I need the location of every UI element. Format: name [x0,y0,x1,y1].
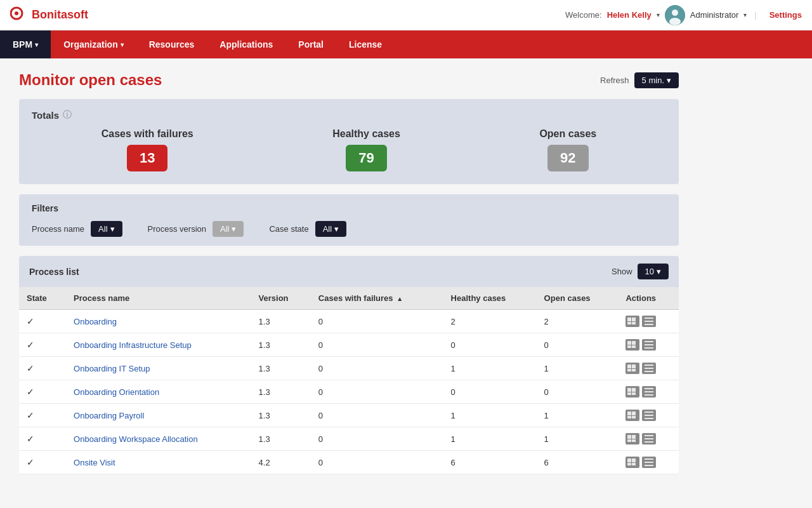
process-name-link-2[interactable]: Onboarding IT Setup [74,364,150,373]
refresh-area: Refresh 5 min. ▾ [600,72,679,88]
cell-name-2: Onboarding IT Setup [66,357,251,380]
action-img-icon-3[interactable] [625,386,639,398]
case-state-filter: Case state All ▾ [269,221,346,237]
process-name-arrow: ▾ [110,224,115,234]
cell-state-3: ✓ [19,380,66,404]
action-img-icon-1[interactable] [625,339,639,351]
svg-point-3 [672,10,678,16]
action-img-icon-4[interactable] [625,410,639,421]
col-open: Open cases [537,287,619,310]
settings-link[interactable]: Settings [769,10,802,20]
refresh-btn-label: 5 min. [642,76,664,85]
cell-healthy-5: 1 [443,427,537,451]
case-state-btn[interactable]: All ▾ [315,221,346,237]
action-list-icon-5[interactable] [642,433,656,444]
totals-box: Totals ⓘ Cases with failures 13 Healthy … [19,99,679,184]
user-dropdown-arrow[interactable]: ▾ [657,11,660,18]
user-name[interactable]: Helen Kelly [607,10,652,20]
action-list-icon-2[interactable] [642,363,656,374]
action-img-icon-2[interactable] [625,363,639,374]
nav-item-applications[interactable]: Applications [207,30,285,58]
filters-row: Process name All ▾ Process version All ▾… [32,221,666,237]
process-name-link-1[interactable]: Onboarding Infrastructure Setup [74,340,192,350]
cell-healthy-0: 2 [443,310,537,333]
svg-rect-47 [627,458,631,462]
process-name-link-6[interactable]: Onsite Visit [74,458,115,467]
action-list-icon-1[interactable] [642,339,656,351]
case-state-arrow: ▾ [334,224,339,234]
cell-version-0: 1.3 [251,310,311,333]
svg-rect-32 [645,394,653,396]
process-name-link-5[interactable]: Onboarding Workspace Allocation [74,434,198,444]
process-list-box: Process list Show 10 ▾ State Process nam… [19,256,679,474]
action-list-icon-4[interactable] [642,410,656,421]
cell-name-3: Onboarding Orientation [66,380,251,404]
healthy-label: Healthy cases [332,128,400,140]
show-dropdown-arrow: ▾ [657,267,661,276]
process-name-link-4[interactable]: Onboarding Payroll [74,411,144,420]
cell-open-6: 6 [537,451,619,474]
admin-label[interactable]: Administrator [690,10,739,20]
col-failures[interactable]: Cases with failures ▲ [311,287,443,310]
check-icon-3: ✓ [27,387,34,397]
actions-cell-4 [625,410,671,421]
nav-applications-label: Applications [219,39,273,50]
cell-failures-5: 0 [311,427,443,451]
nav-item-resources[interactable]: Resources [136,30,207,58]
actions-cell-0 [625,316,671,327]
action-list-icon-0[interactable] [642,316,656,327]
check-icon-6: ✓ [27,457,34,467]
nav-license-label: License [349,39,382,50]
action-img-icon-5[interactable] [625,433,639,444]
nav-item-organization[interactable]: Organization ▾ [51,30,136,58]
cell-healthy-3: 0 [443,380,537,404]
admin-dropdown-arrow[interactable]: ▾ [743,11,747,18]
cell-version-3: 1.3 [251,380,311,404]
top-bar: Bonitasoft Welcome: Helen Kelly ▾ Admini… [0,0,812,30]
avatar[interactable] [665,5,685,25]
process-list-header: Process list Show 10 ▾ [19,256,679,287]
svg-rect-27 [632,388,636,392]
show-btn[interactable]: 10 ▾ [638,264,669,279]
cell-state-4: ✓ [19,404,66,427]
action-img-icon-6[interactable] [625,457,639,468]
cell-name-4: Onboarding Payroll [66,404,251,427]
main-content: Monitor open cases Refresh 5 min. ▾ Tota… [0,58,698,487]
action-list-icon-6[interactable] [642,457,656,468]
nav-item-license[interactable]: License [336,30,395,58]
cell-healthy-2: 1 [443,357,537,380]
svg-rect-8 [632,322,636,324]
check-icon-2: ✓ [27,363,34,373]
totals-header: Totals ⓘ [32,109,666,121]
top-right-area: Welcome: Helen Kelly ▾ Administrator ▾ |… [565,5,802,25]
process-name-link-3[interactable]: Onboarding Orientation [74,387,159,397]
nav-bar: BPM ▾ Organization ▾ Resources Applicati… [0,30,812,58]
process-name-btn[interactable]: All ▾ [91,221,122,237]
show-btn-label: 10 [645,267,654,276]
col-version: Version [251,287,311,310]
case-state-btn-label: All [323,224,332,234]
case-state-label: Case state [269,224,308,234]
table-row: ✓ Onsite Visit 4.2 0 6 6 [19,451,679,474]
info-icon[interactable]: ⓘ [63,109,72,121]
process-name-link-0[interactable]: Onboarding [74,317,117,326]
svg-rect-35 [627,416,631,418]
svg-rect-39 [645,418,653,419]
action-img-icon-0[interactable] [625,316,639,327]
svg-rect-13 [632,341,636,345]
sort-failures-icon: ▲ [396,295,403,302]
refresh-label: Refresh [600,76,629,85]
nav-item-bpm[interactable]: BPM ▾ [0,30,51,58]
refresh-button[interactable]: 5 min. ▾ [634,72,679,88]
show-area: Show 10 ▾ [612,264,669,279]
nav-item-portal[interactable]: Portal [285,30,336,58]
action-list-icon-3[interactable] [642,386,656,398]
cell-name-0: Onboarding [66,310,251,333]
actions-cell-2 [625,363,671,374]
svg-point-1 [15,11,18,15]
cell-healthy-4: 1 [443,404,537,427]
process-version-btn[interactable]: All ▾ [213,221,244,237]
cell-open-0: 2 [537,310,619,333]
check-icon-5: ✓ [27,434,34,444]
check-icon-4: ✓ [27,410,34,420]
